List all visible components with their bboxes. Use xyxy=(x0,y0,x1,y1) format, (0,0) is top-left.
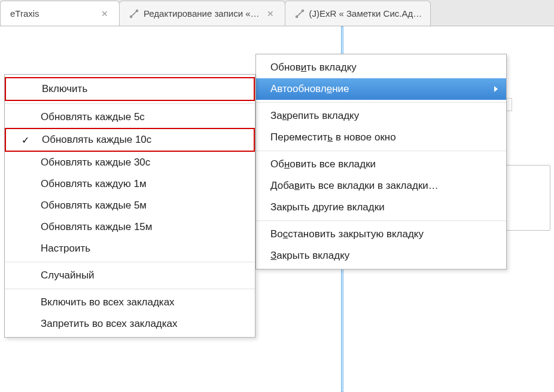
menu-separator xyxy=(5,262,255,262)
submenu-item[interactable]: Обновлять каждые 5м xyxy=(5,195,255,216)
tab-context-menu: Обновить вкладкуАвтообновлениеЗакрепить … xyxy=(255,54,507,270)
menu-item-label: Обновлять каждые 5с xyxy=(41,111,145,123)
menu-item-label: Обновить вкладку xyxy=(270,62,357,74)
submenu-item[interactable]: Обновлять каждые 5с xyxy=(5,106,255,128)
submenu-item[interactable]: Включить во всех закладках xyxy=(5,292,255,313)
menu-item-label: Обновить все вкладки xyxy=(270,158,376,170)
submenu-item[interactable]: Обновлять каждую 1м xyxy=(5,173,255,195)
menu-item-label: Переместить в новое окно xyxy=(270,131,396,143)
menu-item-label: Обновлять каждую 1м xyxy=(41,178,147,190)
menu-item-label: Автообновление xyxy=(270,83,349,95)
tab-title: Редактирование записи «… xyxy=(144,8,260,19)
menu-separator xyxy=(5,289,255,289)
tab-title: (J)ExR « Заметки Сис.Ад… xyxy=(309,8,422,19)
submenu-item[interactable]: Обновлять каждые 30с xyxy=(5,152,255,173)
menu-separator xyxy=(256,151,506,151)
menu-item-label: Закрепить вкладку xyxy=(270,110,359,122)
menu-item-label: Включить xyxy=(42,83,87,95)
check-icon: ✓ xyxy=(22,134,29,146)
tab-jexr[interactable]: (J)ExR « Заметки Сис.Ад… xyxy=(285,1,431,26)
tab-etraxis[interactable]: eTraxis ✕ xyxy=(0,1,120,26)
menu-item-label: Случайный xyxy=(41,270,95,281)
tab-title: eTraxis xyxy=(10,8,39,19)
menu-item-label: Обновлять каждые 5м xyxy=(41,200,147,212)
context-menu-item[interactable]: Автообновление xyxy=(256,78,506,100)
context-menu-item[interactable]: Закрыть другие вкладки xyxy=(256,197,506,218)
submenu-item[interactable]: Настроить xyxy=(5,238,255,259)
context-menu-item[interactable]: Восстановить закрытую вкладку xyxy=(256,223,506,245)
submenu-item[interactable]: Включить xyxy=(5,77,255,101)
wrench-icon xyxy=(295,9,305,19)
menu-item-label: Добавить все вкладки в закладки… xyxy=(270,180,439,192)
menu-item-label: Настроить xyxy=(41,243,90,255)
context-menu-item[interactable]: Обновить вкладку xyxy=(256,57,506,78)
close-icon[interactable]: ✕ xyxy=(99,9,111,19)
menu-item-label: Обновлять каждые 10с xyxy=(42,134,151,146)
menu-separator xyxy=(256,220,506,221)
menu-item-label: Закрыть другие вкладки xyxy=(270,201,385,213)
context-menu-item[interactable]: Закрепить вкладку xyxy=(256,105,506,127)
tab-edit-record[interactable]: Редактирование записи «… ✕ xyxy=(119,1,285,26)
context-menu-item[interactable]: Обновить все вкладки xyxy=(256,154,506,175)
menu-item-label: Восстановить закрытую вкладку xyxy=(270,228,424,240)
menu-item-label: Обновлять каждые 15м xyxy=(41,221,153,233)
submenu-item[interactable]: Случайный xyxy=(5,265,255,286)
menu-item-label: Обновлять каждые 30с xyxy=(41,157,150,169)
menu-item-label: Включить во всех закладках xyxy=(41,296,175,308)
submenu-item[interactable]: ✓Обновлять каждые 10с xyxy=(5,128,255,152)
content-area: а а Обновить вкладкуАвтообновлениеЗакреп… xyxy=(0,26,554,392)
close-icon[interactable]: ✕ xyxy=(264,9,276,19)
menu-item-label: Закрыть вкладку xyxy=(270,250,349,262)
auto-refresh-submenu: ВключитьОбновлять каждые 5с✓Обновлять ка… xyxy=(4,74,255,338)
menu-item-label: Запретить во всех закладках xyxy=(41,318,178,330)
context-menu-item[interactable]: Закрыть вкладку xyxy=(256,245,506,267)
submenu-item[interactable]: Запретить во всех закладках xyxy=(5,313,255,335)
context-menu-item[interactable]: Переместить в новое окно xyxy=(256,127,506,148)
submenu-arrow-icon xyxy=(494,83,498,95)
menu-separator xyxy=(256,102,506,103)
tab-bar: eTraxis ✕ Редактирование записи «… ✕ (J)… xyxy=(0,0,554,26)
submenu-item[interactable]: Обновлять каждые 15м xyxy=(5,216,255,238)
menu-separator xyxy=(5,103,255,104)
context-menu-item[interactable]: Добавить все вкладки в закладки… xyxy=(256,175,506,197)
wrench-icon xyxy=(129,9,139,19)
